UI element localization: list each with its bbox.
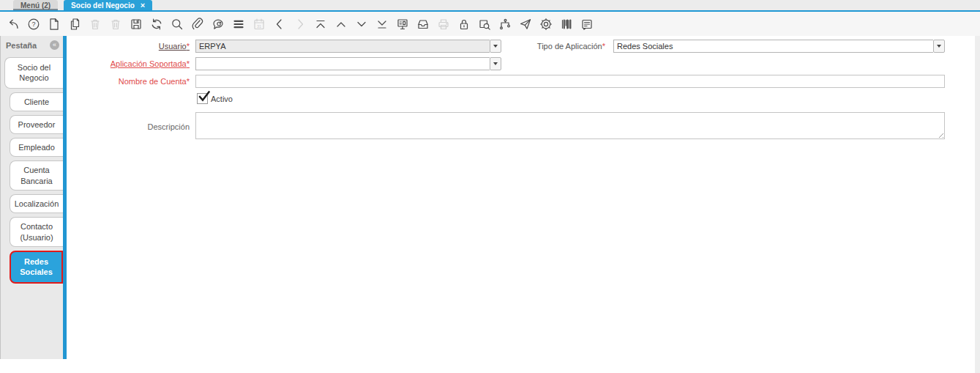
tipo-aplicacion-dropdown-button[interactable] — [933, 40, 945, 53]
toolbar-zoom-across-button[interactable] — [478, 18, 491, 31]
window-tab-socio-del-negocio[interactable]: Socio del Negocio × — [64, 0, 152, 10]
aplicacion-soportada-value[interactable] — [195, 57, 490, 70]
toolbar-workflow-button[interactable] — [498, 18, 512, 31]
window-tab-socio-label: Socio del Negocio — [71, 1, 135, 10]
toolbar-chat-button[interactable] — [212, 18, 225, 31]
window-tab-menu[interactable]: Menú (2) — [13, 0, 58, 10]
close-tab-icon[interactable]: × — [141, 1, 145, 9]
usuario-label[interactable]: Usuario* — [67, 42, 190, 51]
window-tab-bar: Menú (2) Socio del Negocio × — [0, 0, 980, 12]
sidebar-tab-redes-sociales[interactable]: Redes Sociales — [10, 251, 63, 284]
chevron-down-icon — [493, 62, 498, 65]
sidebar-tab-cuenta-bancaria[interactable]: Cuenta Bancaria — [10, 160, 63, 191]
toolbar-find-button[interactable] — [171, 18, 184, 31]
toolbar-previous-record-button[interactable] — [334, 18, 348, 31]
toolbar-preferences-button[interactable] — [539, 18, 553, 31]
tipo-aplicacion-label: Tipo de Aplicación* — [477, 42, 605, 51]
toolbar-help-button[interactable]: ? — [27, 18, 40, 31]
toolbar-send-mail-button[interactable] — [519, 18, 532, 31]
tipo-aplicacion-combobox[interactable]: Redes Sociales — [613, 40, 945, 53]
toolbar-barcode-button[interactable] — [560, 18, 573, 31]
checkmark-icon — [198, 90, 210, 102]
aplicacion-soportada-combobox[interactable] — [195, 57, 501, 70]
sidebar-header: Pestaña « — [1, 36, 63, 51]
activo-checkbox[interactable] — [197, 93, 208, 104]
activo-checkbox-row: Activo — [197, 93, 233, 104]
sidebar-header-label: Pestaña — [6, 41, 50, 50]
activo-label: Activo — [211, 95, 233, 103]
tab-sidebar: Pestaña « Socio del NegocioClienteProvee… — [0, 36, 67, 359]
toolbar-toggle-view-button[interactable] — [232, 18, 245, 31]
form-panel: Usuario* ERPYA Tipo de Aplicación* Redes… — [67, 36, 975, 373]
tipo-aplicacion-value[interactable]: Redes Sociales — [613, 40, 933, 53]
toolbar-last-record-button[interactable] — [375, 18, 389, 31]
sidebar-tab-cliente[interactable]: Cliente — [10, 92, 63, 111]
toolbar-archive-button[interactable] — [416, 18, 430, 31]
toolbar-print-button — [437, 18, 450, 31]
toolbar-refresh-button[interactable] — [150, 18, 163, 31]
usuario-value[interactable]: ERPYA — [195, 40, 490, 53]
toolbar-copy-record-button[interactable] — [68, 18, 81, 31]
toolbar-comments-button[interactable] — [580, 18, 594, 31]
toolbar-new-record-button[interactable] — [48, 18, 61, 31]
descripcion-field-wrap — [195, 112, 945, 139]
nombre-cuenta-label: Nombre de Cuenta* — [67, 77, 190, 86]
usuario-combobox[interactable]: ERPYA — [195, 40, 501, 53]
chevron-down-icon — [937, 45, 941, 48]
toolbar-save-button[interactable] — [130, 18, 143, 31]
nombre-cuenta-input[interactable] — [195, 75, 945, 88]
sidebar-tab-empleado[interactable]: Empleado — [10, 138, 63, 157]
descripcion-label: Descripción — [67, 122, 190, 131]
toolbar-delete-selection-button — [109, 18, 122, 31]
svg-text:31: 31 — [257, 23, 261, 28]
window-tab-menu-label: Menú (2) — [20, 1, 51, 10]
toolbar-first-record-button[interactable] — [314, 18, 327, 31]
toolbar-parent-record-button[interactable] — [273, 18, 286, 31]
vertical-scrollbar[interactable] — [975, 36, 980, 373]
toolbar: ?31 — [0, 12, 980, 36]
sidebar-tab-proveedor[interactable]: Proveedor — [10, 115, 63, 134]
toolbar-detail-record-button — [293, 18, 307, 31]
sidebar-tab-contacto-usuario[interactable]: Contacto (Usuario) — [10, 217, 63, 247]
aplicacion-soportada-label[interactable]: Aplicación Soportada* — [67, 59, 190, 68]
toolbar-attachment-button[interactable] — [191, 18, 204, 31]
toolbar-report-button[interactable] — [396, 18, 409, 31]
descripcion-textarea[interactable] — [196, 113, 944, 139]
application-window: Menú (2) Socio del Negocio × ?31 Pestaña… — [0, 0, 980, 373]
svg-text:?: ? — [31, 21, 35, 28]
aplicacion-soportada-dropdown-button[interactable] — [490, 57, 501, 70]
toolbar-next-record-button[interactable] — [355, 18, 368, 31]
sidebar-tab-localizacion[interactable]: Localización — [10, 194, 63, 213]
collapse-sidebar-icon[interactable]: « — [50, 40, 59, 50]
sidebar-tab-list: Socio del NegocioClienteProveedorEmplead… — [1, 57, 63, 284]
sidebar-tab-socio-del-negocio[interactable]: Socio del Negocio — [4, 57, 63, 89]
toolbar-delete-record-button — [89, 18, 102, 31]
toolbar-undo-button[interactable] — [7, 18, 20, 31]
toolbar-calendar-button: 31 — [253, 18, 266, 31]
toolbar-lock-button[interactable] — [457, 18, 471, 31]
